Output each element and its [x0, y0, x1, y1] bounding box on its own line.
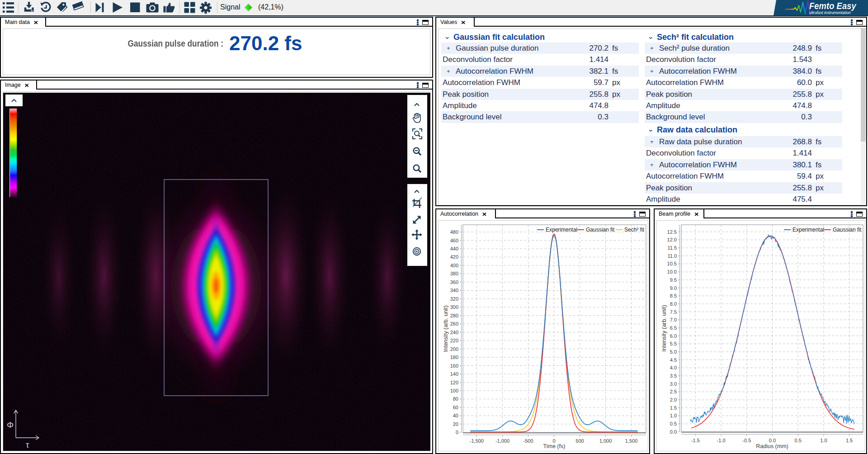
- svg-text:τ: τ: [26, 440, 29, 449]
- svg-text:Φ: Φ: [7, 420, 14, 430]
